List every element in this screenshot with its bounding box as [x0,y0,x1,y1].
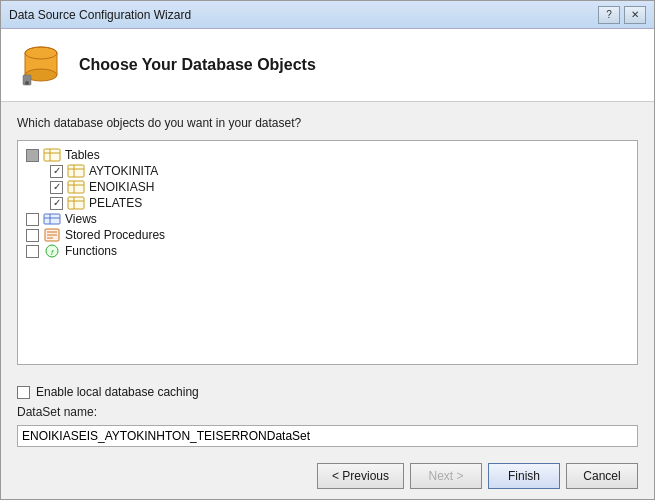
table-icon-tables [43,148,61,162]
checkbox-functions[interactable] [26,245,39,258]
tree-box[interactable]: Tables AYTOKINITA EN [17,140,638,365]
tree-item-pelates[interactable]: PELATES [50,195,629,211]
tree-label-aytokinita: AYTOKINITA [89,164,158,178]
title-bar: Data Source Configuration Wizard ? ✕ [1,1,654,29]
previous-button[interactable]: < Previous [317,463,404,489]
cache-row: Enable local database caching [17,385,638,399]
tree-label-pelates: PELATES [89,196,142,210]
wizard-window: Data Source Configuration Wizard ? ✕ Cho… [0,0,655,500]
tree-label-functions: Functions [65,244,117,258]
proc-icon [43,228,61,242]
checkbox-pelates[interactable] [50,197,63,210]
cache-label: Enable local database caching [36,385,199,399]
content-area: Which database objects do you want in yo… [1,102,654,379]
dataset-label: DataSet name: [17,405,638,419]
table-icon-aytokinita [67,164,85,178]
tree-item-functions[interactable]: f Functions [26,243,629,259]
view-icon [43,212,61,226]
next-button[interactable]: Next > [410,463,482,489]
checkbox-views[interactable] [26,213,39,226]
svg-rect-11 [68,165,84,177]
tree-label-stored: Stored Procedures [65,228,165,242]
svg-rect-14 [68,181,84,193]
header-title: Choose Your Database Objects [79,56,316,74]
question-label: Which database objects do you want in yo… [17,116,638,130]
title-bar-buttons: ? ✕ [598,6,646,24]
dataset-input[interactable] [17,425,638,447]
tree-label-enoikiash: ENOIKIASH [89,180,154,194]
cancel-button[interactable]: Cancel [566,463,638,489]
checkbox-cache[interactable] [17,386,30,399]
database-icon [17,41,65,89]
window-title: Data Source Configuration Wizard [9,8,191,22]
tree-item-enoikiash[interactable]: ENOIKIASH [50,179,629,195]
svg-rect-20 [44,214,60,224]
bottom-section: Enable local database caching DataSet na… [1,379,654,455]
help-button[interactable]: ? [598,6,620,24]
tree-item-stored[interactable]: Stored Procedures [26,227,629,243]
button-row: < Previous Next > Finish Cancel [1,455,654,499]
tree-item-tables[interactable]: Tables [26,147,629,163]
finish-button[interactable]: Finish [488,463,560,489]
checkbox-tables[interactable] [26,149,39,162]
table-icon-pelates [67,196,85,210]
header: Choose Your Database Objects [1,29,654,102]
svg-rect-17 [68,197,84,209]
checkbox-aytokinita[interactable] [50,165,63,178]
tree-item-aytokinita[interactable]: AYTOKINITA [50,163,629,179]
close-button[interactable]: ✕ [624,6,646,24]
checkbox-enoikiash[interactable] [50,181,63,194]
checkbox-stored[interactable] [26,229,39,242]
tree-label-tables: Tables [65,148,100,162]
svg-rect-8 [44,149,60,161]
tree-label-views: Views [65,212,97,226]
func-icon: f [43,244,61,258]
table-icon-enoikiash [67,180,85,194]
svg-point-7 [25,81,29,85]
tree-item-views[interactable]: Views [26,211,629,227]
